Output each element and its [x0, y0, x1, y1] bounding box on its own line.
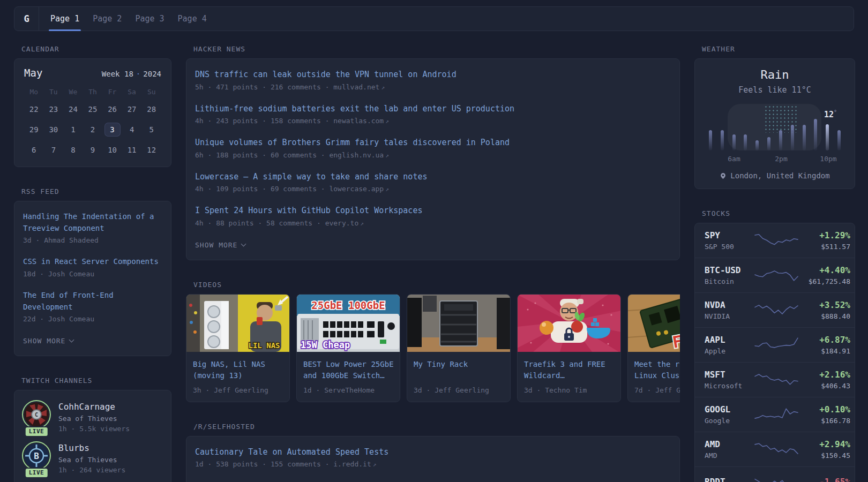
calendar-day: 30 — [44, 123, 64, 137]
external-link-icon: ↗ — [385, 152, 389, 159]
nav-tab-page-2[interactable]: Page 2 — [93, 7, 122, 31]
hn-item-title[interactable]: Lithium-free sodium batteries exit the l… — [195, 103, 671, 115]
calendar-weekday: Tu — [44, 88, 64, 96]
hackernews-header: HACKER NEWS — [193, 45, 680, 53]
app-logo[interactable]: G — [14, 7, 39, 31]
weather-xaxis-label: 6am — [728, 155, 740, 163]
live-badge: LIVE — [25, 426, 49, 437]
video-card-body: Meet the rLinux Clus7d · Jeff Ge — [628, 352, 680, 402]
twitch-channel-name[interactable]: CohhCarnage — [58, 402, 130, 412]
video-card[interactable]: FASMeet the rLinux Clus7d · Jeff Ge — [627, 294, 680, 402]
external-link-icon: ↗ — [360, 220, 364, 227]
weather-condition: Rain — [705, 68, 845, 81]
hn-item-meta: 6h · 188 points · 60 comments · english.… — [195, 151, 671, 159]
calendar-day: 8 — [63, 143, 83, 157]
twitch-avatar: C — [24, 402, 49, 427]
video-thumbnail[interactable]: LIL NAS — [186, 295, 289, 352]
video-card[interactable]: LIL NASBig NAS, Lil NAS(moving 13)3h · J… — [186, 294, 290, 402]
hn-item-title[interactable]: DNS traffic can leak outside the VPN tun… — [195, 69, 671, 81]
hn-show-more-button[interactable]: SHOW MORE — [195, 239, 671, 257]
stock-change: +0.10% — [799, 404, 850, 415]
weather-bar — [732, 134, 736, 150]
weather-chart: 12° — [709, 104, 841, 150]
weather-bar — [779, 130, 782, 150]
weather-bar — [803, 125, 806, 150]
nav-tab-page-1[interactable]: Page 1 — [50, 7, 79, 31]
stock-right: +3.52%$888.40 — [799, 300, 850, 320]
video-card[interactable]: My Tiny Rack3d · Jeff Geerling — [407, 294, 511, 402]
stock-sparkline — [754, 474, 799, 482]
page-tabs: Page 1Page 2Page 3Page 4 — [50, 7, 220, 31]
twitch-card: CLIVECohhCarnageSea of Thieves1h · 5.5k … — [14, 390, 171, 482]
calendar-day: 26 — [102, 102, 122, 116]
hn-item-title[interactable]: Lowercase – A simple way to take and sha… — [195, 171, 671, 183]
video-thumbnail[interactable]: FAS — [628, 295, 680, 352]
stock-price: $406.43 — [799, 382, 850, 390]
hn-item: I Spent 24 Hours with GitHub Copilot Wor… — [195, 205, 671, 227]
external-link-icon: ↗ — [373, 461, 377, 468]
video-title[interactable]: My Tiny Rack — [414, 359, 504, 381]
reddit-item-title[interactable]: Showcase of my Mixed Reality Interface f… — [195, 480, 671, 482]
rss-item-title[interactable]: The End of Front-End Development — [23, 290, 162, 313]
twitch-channel-name[interactable]: Blurbs — [58, 443, 125, 453]
stock-right: +0.10%$166.78 — [799, 404, 850, 425]
video-card-body: Big NAS, Lil NAS(moving 13)3h · Jeff Gee… — [186, 352, 289, 402]
hn-source-link[interactable]: english.nv.ua — [329, 151, 384, 159]
video-thumbnail[interactable] — [518, 295, 620, 352]
calendar-day: 7 — [44, 143, 64, 157]
hn-source-link[interactable]: lowercase.app — [329, 185, 384, 193]
twitch-channel-game: Sea of Thieves — [58, 456, 125, 464]
stock-left: SPYS&P 500 — [705, 230, 754, 251]
calendar-year: 2024 — [143, 70, 161, 78]
stock-price: $166.78 — [799, 417, 850, 425]
twitch-channel-row[interactable]: BLIVEBlurbsSea of Thieves1h · 264 viewer… — [23, 442, 162, 474]
stock-name: NVIDIA — [705, 312, 754, 320]
hn-source-link[interactable]: mullvad.net — [333, 83, 379, 91]
rss-item-title[interactable]: CSS in React Server Components — [23, 256, 162, 268]
video-thumbnail[interactable] — [407, 295, 510, 352]
nav-tab-page-3[interactable]: Page 3 — [135, 7, 164, 31]
hn-item-meta: 4h · 88 points · 58 comments · every.to↗ — [195, 219, 671, 227]
calendar-weekday: Mo — [24, 88, 44, 96]
hn-item: Lithium-free sodium batteries exit the l… — [195, 103, 671, 125]
video-title[interactable]: Big NAS, Lil NAS(moving 13) — [193, 359, 283, 381]
reddit-item-title[interactable]: Cautionary Tale on Automated Speed Tests — [195, 446, 671, 458]
video-title[interactable]: Traefik 3 and FREEWildcard… — [524, 359, 614, 381]
stocks-widget: STOCKS SPYS&P 500+1.29%$511.57BTC-USDBit… — [694, 209, 855, 482]
hn-item: Lowercase – A simple way to take and sha… — [195, 171, 671, 193]
stock-name: Bitcoin — [705, 277, 754, 285]
calendar-week-label: Week — [102, 70, 120, 78]
video-card[interactable]: 25GbE 100GbE15W CheapBEST Low Power 25Gb… — [296, 294, 400, 402]
video-title[interactable]: BEST Low Power 25GbEand 100GbE Switch… — [303, 359, 393, 381]
video-thumbnail[interactable]: 25GbE 100GbE15W Cheap — [297, 295, 400, 352]
weather-xaxis: 6am2pm10pm — [709, 155, 841, 163]
hn-item-meta: 4h · 243 points · 158 comments · newatla… — [195, 117, 671, 125]
stock-change: +3.52% — [799, 300, 850, 310]
calendar-header: CALENDAR — [21, 45, 171, 53]
stock-change: +2.16% — [799, 370, 850, 380]
stock-sparkline — [754, 371, 799, 388]
reddit-source-link[interactable]: i.redd.it — [333, 460, 371, 468]
chevron-down-icon — [241, 241, 246, 246]
video-card[interactable]: Traefik 3 and FREEWildcard…3d · Techno T… — [517, 294, 621, 402]
stock-left: MSFTMicrosoft — [705, 370, 754, 390]
stock-change: +1.29% — [799, 230, 850, 240]
external-link-icon: ↗ — [381, 84, 385, 91]
stock-change: +6.87% — [799, 335, 850, 345]
svg-text:LIL NAS: LIL NAS — [248, 341, 280, 350]
stock-row: MSFTMicrosoft+2.16%$406.43 — [695, 362, 855, 397]
stock-right: +2.94%$150.45 — [799, 439, 850, 460]
nav-tab-page-4[interactable]: Page 4 — [178, 7, 207, 31]
video-title[interactable]: Meet the rLinux Clus — [634, 359, 680, 381]
stock-right: +2.16%$406.43 — [799, 370, 850, 390]
rss-item-title[interactable]: Handling The Indentation of a Treeview C… — [23, 211, 162, 234]
twitch-channel-row[interactable]: CLIVECohhCarnageSea of Thieves1h · 5.5k … — [23, 401, 162, 433]
hn-source-link[interactable]: newatlas.com — [333, 117, 384, 125]
weather-card: Rain Feels like 11°C 12° 6am2pm10pm Lond… — [694, 58, 855, 189]
hn-source-link[interactable]: every.to — [325, 219, 359, 227]
weather-bar — [837, 130, 841, 150]
hn-item-title[interactable]: Unique volumes of Brothers Grimm fairy t… — [195, 137, 671, 149]
rss-show-more-button[interactable]: SHOW MORE — [23, 335, 162, 352]
stock-name: Microsoft — [705, 382, 754, 390]
hn-item-title[interactable]: I Spent 24 Hours with GitHub Copilot Wor… — [195, 205, 671, 217]
